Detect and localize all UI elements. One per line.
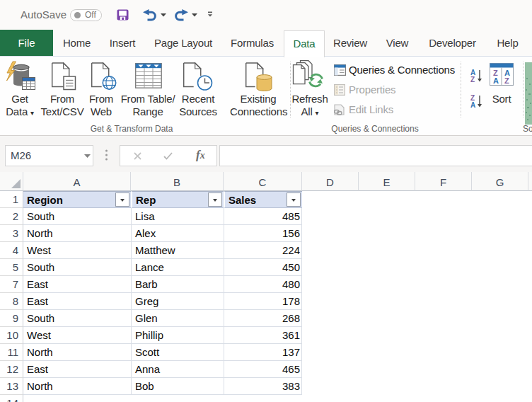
svg-text:A: A [504, 69, 510, 77]
svg-text:Z: Z [504, 76, 509, 85]
svg-text:Z: Z [470, 76, 475, 83]
svg-text:A: A [493, 76, 499, 85]
svg-text:Z: Z [493, 69, 498, 77]
svg-text:A: A [470, 101, 475, 108]
